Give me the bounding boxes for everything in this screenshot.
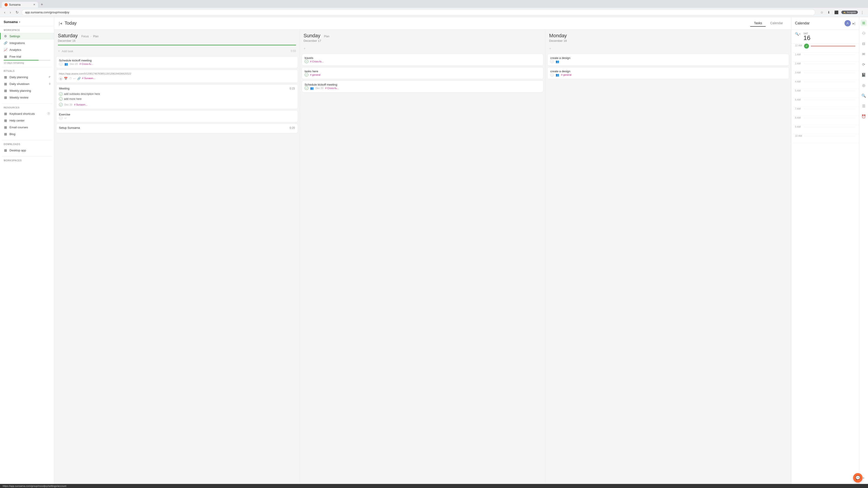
sunday-plan-link[interactable]: Plan: [324, 35, 329, 38]
task-card-travels[interactable]: travels ✓ # Cross-fu...: [302, 54, 544, 66]
sidebar-item-email-courses[interactable]: ▦ Email courses: [0, 124, 54, 131]
top-bar: |◂ Today Tasks Calendar: [54, 17, 791, 30]
download-button[interactable]: ⬇: [826, 9, 832, 15]
target-icon[interactable]: ◎: [861, 82, 867, 88]
status-url: https://app.sunsama.com/group/moodjoy/se…: [3, 485, 66, 487]
saturday-plan-link[interactable]: Plan: [93, 35, 98, 38]
new-tab-button[interactable]: +: [39, 1, 45, 8]
saturday-add-task[interactable]: + Add task 0:55: [56, 47, 298, 55]
notebook-icon[interactable]: 📓: [861, 72, 867, 78]
saturday-focus-link[interactable]: Focus: [81, 35, 89, 38]
setup-title: Setup Sunsama: [59, 126, 80, 129]
task-meta-schedule-kickoff: ○ 👥 Dec 20 # Cross-fu...: [59, 62, 295, 66]
task-card-exercise[interactable]: Exercise ○ ↩: [56, 110, 298, 122]
menu-button[interactable]: ⋮: [859, 9, 865, 15]
monday-design1-meta: ○ 👥: [550, 60, 786, 63]
reload-button[interactable]: ↻: [14, 9, 20, 15]
sidebar-item-daily-planning[interactable]: ▦ Daily planning P: [0, 74, 54, 80]
sunday-column: Sunday Plan December 17 + travels ✓: [300, 30, 546, 484]
chat-bubble[interactable]: 💬: [853, 473, 863, 483]
travels-check[interactable]: ✓: [305, 60, 308, 63]
check-icon[interactable]: ○: [59, 77, 63, 80]
tab-title: Sunsama: [9, 3, 21, 6]
sidebar-item-help-center[interactable]: ▦ Help center: [0, 117, 54, 124]
extensions-button[interactable]: ⬛: [833, 9, 840, 15]
mail-icon[interactable]: ✉: [861, 51, 867, 57]
meeting-check[interactable]: ✓: [59, 103, 63, 106]
sidebar-item-settings[interactable]: ⚙ Settings: [0, 33, 54, 39]
task-card-setup[interactable]: Setup Sunsama 0:20: [56, 124, 298, 133]
sidebar-item-integrations[interactable]: 🔗 Integrations: [0, 39, 54, 46]
subtask-check-1[interactable]: ✓: [59, 92, 63, 96]
bookmark-button[interactable]: ☆: [819, 9, 825, 15]
calendar-scroll: 12 AM ✓ 1 AM 2 AM 3 AM 4 AM: [792, 43, 859, 484]
forward-button[interactable]: ›: [8, 9, 12, 15]
timer-icon[interactable]: ⏰: [861, 113, 867, 120]
task-card-schedule-kickoff[interactable]: Schedule kickoff meeting ○ 👥 Dec 20 # Cr…: [56, 56, 298, 68]
email-courses-label: Email courses: [9, 126, 51, 129]
sidebar-header[interactable]: Sunsama ▾: [0, 17, 54, 26]
task-card-meeting[interactable]: Meeting 0:15 ✓ add subtasks description …: [56, 84, 298, 109]
task-card-url[interactable]: https://app.asana.com/0/1206174676385119…: [56, 70, 298, 83]
rituals-section: RITUALS ▦ Daily planning P ▦ Daily shutd…: [0, 67, 54, 103]
address-bar[interactable]: app.sunsama.com/group/moodjoy: [22, 9, 815, 15]
app-container: Sunsama ▾ WORKSPACE ⚙ Settings 🔗 Integra…: [0, 17, 868, 484]
back-nav-button[interactable]: |◂: [59, 21, 62, 26]
time-label-12am: 12 AM: [795, 43, 804, 47]
sidebar-item-blog[interactable]: ▦ Blog: [0, 131, 54, 137]
monday-add-task[interactable]: +: [547, 45, 789, 53]
repeat-icon: ↩: [73, 77, 76, 80]
calendar-tab[interactable]: Calendar: [767, 20, 786, 27]
time-label-8am: 8 AM: [795, 116, 804, 119]
task-card-monday-design1[interactable]: create a design ○ 👥: [547, 54, 789, 66]
keyboard-icon: ▦: [4, 112, 7, 116]
time-label-9am: 9 AM: [795, 125, 804, 128]
sidebar-item-weekly-review[interactable]: ▦ Weekly review: [0, 94, 54, 101]
time-row-5am: 5 AM: [792, 89, 859, 98]
sidebar-item-analytics[interactable]: 📈 Analytics: [0, 46, 54, 53]
monday-design2-check[interactable]: ○: [550, 73, 554, 76]
tasks-here-check[interactable]: ✓: [305, 73, 308, 76]
nodes-icon[interactable]: ⚇: [861, 30, 867, 36]
task-card-monday-design2[interactable]: create a design ○ 👥 # general: [547, 67, 789, 79]
task-check-icon[interactable]: ○: [59, 62, 63, 66]
icon-strip: ⊞ ⚇ ⊟ ✉ ⟳ 📓 ◎ 🔍 ☰ ⏰ +: [859, 17, 868, 484]
exercise-meta: ○ ↩: [59, 116, 295, 120]
task-card-tasks-here[interactable]: tasks here ✓ # general: [302, 67, 544, 79]
meeting-header: Meeting 0:15: [59, 87, 295, 90]
sidebar-item-daily-shutdown[interactable]: ▦ Daily shutdown 0: [0, 80, 54, 87]
active-tab[interactable]: Sunsama ✕: [2, 2, 38, 8]
subtask-label-2: add more here: [64, 97, 82, 101]
monday-design1-check[interactable]: ○: [550, 60, 554, 63]
sidebar-item-keyboard-shortcuts[interactable]: ▦ Keyboard shortcuts ?: [0, 110, 54, 117]
grid-icon[interactable]: ⊞: [861, 20, 867, 26]
zoom-in-button[interactable]: 🔍+: [795, 32, 801, 36]
tasks-tab[interactable]: Tasks: [750, 20, 766, 27]
monday-column: Monday December 18 + create a design ○ 👥: [546, 30, 791, 484]
saturday-name: Saturday: [58, 33, 78, 39]
task-card-sunday-kickoff[interactable]: Schedule kickoff meeting ✓ 👥 Dec 20 # Cr…: [302, 80, 544, 92]
saturday-actions: Focus · Plan: [81, 35, 98, 38]
list-icon[interactable]: ☰: [861, 103, 867, 109]
table-icon[interactable]: ⊟: [861, 40, 867, 47]
tab-favicon: [4, 3, 8, 6]
refresh-icon[interactable]: ⟳: [861, 61, 867, 68]
sidebar-item-weekly-planning[interactable]: ▦ Weekly planning: [0, 87, 54, 94]
tab-close-button[interactable]: ✕: [33, 3, 35, 6]
sidebar-item-desktop-app[interactable]: ▦ Desktop app: [0, 147, 54, 154]
progress-label: 13 days remaining: [4, 61, 51, 64]
integrations-label: Integrations: [9, 41, 51, 45]
time-row-8am: 8 AM: [792, 116, 859, 125]
sunday-kickoff-check[interactable]: ✓: [305, 86, 308, 90]
exercise-check[interactable]: ○: [59, 116, 63, 120]
tab-bar: Sunsama ✕ +: [0, 0, 868, 8]
subtask-check-2[interactable]: ✓: [59, 97, 63, 101]
sunday-add-task[interactable]: +: [302, 45, 544, 53]
sidebar: Sunsama ▾ WORKSPACE ⚙ Settings 🔗 Integra…: [0, 17, 54, 484]
back-button[interactable]: ‹: [3, 9, 6, 15]
sidebar-item-free-trial[interactable]: ▦ Free trial: [0, 53, 54, 60]
search-icon[interactable]: 🔍: [861, 92, 867, 99]
settings-label: Settings: [9, 35, 51, 38]
sunday-tasks: + travels ✓ # Cross-fu... tasks here ✓: [300, 45, 546, 484]
calendar-toggle-button[interactable]: ▸|: [852, 21, 855, 26]
